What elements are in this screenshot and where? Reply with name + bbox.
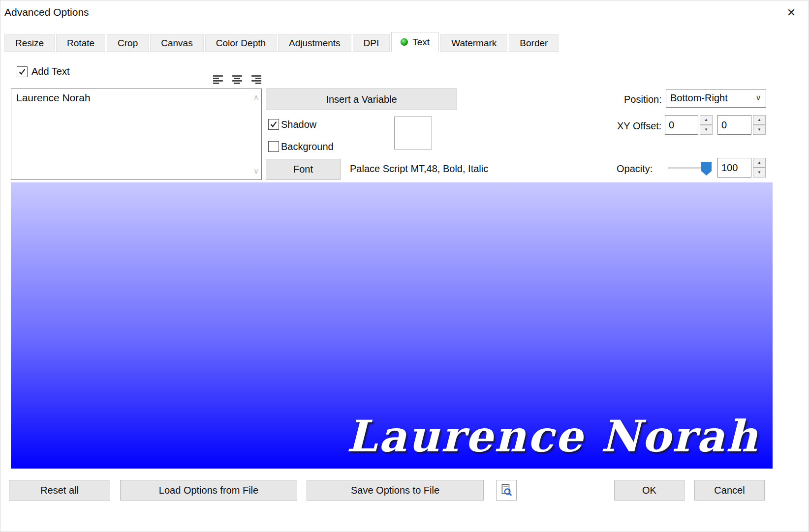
tab-canvas[interactable]: Canvas	[150, 34, 203, 52]
opacity-input[interactable]	[717, 158, 751, 177]
position-dropdown[interactable]: Bottom-Right ∨	[666, 89, 766, 108]
preview-button[interactable]	[496, 480, 517, 501]
scroll-up-icon[interactable]: ∧	[253, 94, 259, 101]
spin-up-icon[interactable]: ▲	[753, 158, 766, 168]
preview-area: Laurence Norah	[11, 182, 773, 469]
spin-up-icon[interactable]: ▲	[753, 115, 766, 125]
tab-dpi[interactable]: DPI	[353, 34, 390, 52]
tab-rotate[interactable]: Rotate	[56, 34, 105, 52]
font-summary: Palace Script MT,48, Bold, Italic	[350, 163, 488, 175]
shadow-checkbox[interactable]	[268, 119, 279, 130]
checkmark-icon	[269, 120, 278, 129]
opacity-slider-thumb[interactable]	[701, 162, 712, 176]
insert-variable-button[interactable]: Insert a Variable	[266, 89, 457, 110]
title-bar: Advanced Options ✕	[0, 0, 809, 24]
watermark-text-input[interactable]: Laurence Norah	[11, 89, 250, 179]
x-offset-input[interactable]	[665, 115, 698, 135]
chevron-down-icon: ∨	[755, 93, 761, 102]
spin-down-icon[interactable]: ▼	[700, 125, 713, 135]
ok-button[interactable]: OK	[614, 480, 685, 501]
cancel-button[interactable]: Cancel	[694, 480, 765, 501]
align-center-icon[interactable]	[231, 74, 244, 86]
save-options-button[interactable]: Save Options to File	[307, 480, 484, 501]
xy-offset-label: XY Offset:	[617, 120, 661, 132]
load-options-button[interactable]: Load Options from File	[120, 480, 297, 501]
tab-text-label: Text	[412, 32, 430, 52]
checkmark-icon	[18, 67, 27, 76]
x-offset-stepper: ▲ ▼	[700, 115, 713, 135]
tab-resize[interactable]: Resize	[4, 34, 55, 52]
tab-color-depth[interactable]: Color Depth	[205, 34, 277, 52]
opacity-stepper: ▲ ▼	[753, 158, 766, 177]
add-text-label: Add Text	[31, 66, 69, 77]
spin-up-icon[interactable]: ▲	[700, 115, 713, 125]
tab-text[interactable]: Text	[391, 32, 439, 52]
position-label: Position:	[624, 94, 662, 105]
add-text-checkbox[interactable]	[17, 66, 28, 77]
align-right-icon[interactable]	[249, 74, 262, 86]
tab-strip: Resize Rotate Crop Canvas Color Depth Ad…	[4, 32, 560, 52]
text-entry-box: Laurence Norah ∧ ∨	[11, 89, 262, 180]
position-value: Bottom-Right	[670, 92, 728, 104]
close-icon[interactable]: ✕	[783, 4, 800, 21]
tab-border[interactable]: Border	[509, 34, 559, 52]
shadow-label: Shadow	[281, 119, 316, 130]
reset-all-button[interactable]: Reset all	[9, 480, 110, 501]
font-button[interactable]: Font	[266, 159, 341, 180]
y-offset-stepper: ▲ ▼	[753, 115, 766, 135]
text-color-swatch[interactable]	[394, 117, 432, 149]
dialog-title: Advanced Options	[4, 6, 89, 18]
background-checkbox[interactable]	[268, 141, 279, 152]
text-alignment-group	[212, 74, 262, 86]
tab-crop[interactable]: Crop	[107, 34, 149, 52]
background-label: Background	[281, 141, 334, 152]
tab-watermark[interactable]: Watermark	[440, 34, 507, 52]
opacity-label: Opacity:	[617, 163, 653, 175]
preview-watermark-text: Laurence Norah	[346, 411, 759, 462]
document-magnifier-icon	[500, 484, 513, 497]
spin-down-icon[interactable]: ▼	[753, 125, 766, 135]
align-left-icon[interactable]	[212, 74, 225, 86]
active-tab-indicator-icon	[401, 38, 408, 46]
advanced-options-dialog: Advanced Options ✕ Resize Rotate Crop Ca…	[0, 0, 809, 532]
spin-down-icon[interactable]: ▼	[753, 168, 766, 177]
scroll-down-icon[interactable]: ∨	[253, 168, 259, 175]
y-offset-input[interactable]	[717, 115, 751, 135]
tab-adjustments[interactable]: Adjustments	[278, 34, 351, 52]
